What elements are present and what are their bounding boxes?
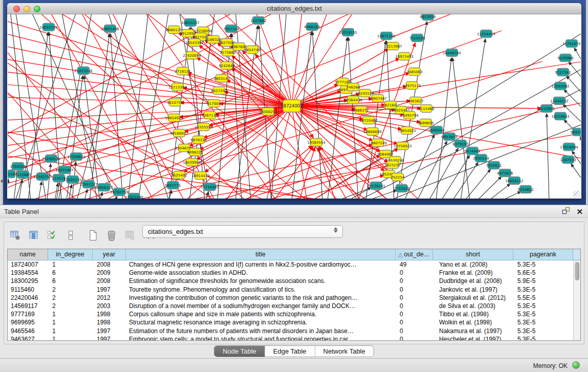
network-node-teal[interactable]: 9857771	[165, 182, 181, 189]
network-node-teal[interactable]: 20691406	[101, 25, 119, 33]
network-node-teal[interactable]: 21053346	[74, 67, 93, 75]
network-node-teal[interactable]: 7932621	[486, 162, 502, 169]
network-node-teal[interactable]: 1640354	[428, 126, 445, 134]
network-node-yellow[interactable]: 12213363	[168, 83, 187, 91]
network-node-yellow[interactable]: 9463627	[407, 97, 423, 105]
citation-edge-black[interactable]	[367, 190, 397, 199]
network-node-yellow[interactable]: 3175685	[220, 49, 235, 56]
network-node-teal[interactable]: 9529966	[557, 54, 574, 62]
citation-edge-black[interactable]	[580, 137, 581, 159]
network-node-yellow[interactable]: 8878334	[190, 136, 207, 144]
network-node-yellow[interactable]: 746266	[346, 83, 360, 91]
network-node-teal[interactable]: 10210643	[551, 113, 570, 120]
citation-edge-black[interactable]	[429, 148, 458, 199]
network-node-teal[interactable]: 1215683	[15, 171, 31, 179]
network-node-teal[interactable]: 7515526	[409, 34, 425, 42]
float-panel-icon[interactable]	[562, 207, 570, 217]
network-node-yellow[interactable]: 7625402	[171, 171, 187, 179]
network-node-teal[interactable]: 1527602	[250, 17, 266, 25]
citation-edge-black[interactable]	[571, 164, 581, 188]
memory-ok-indicator[interactable]	[572, 361, 580, 369]
citation-edge-black[interactable]	[235, 14, 251, 199]
row-height-button[interactable]	[64, 229, 77, 242]
table-row[interactable]: 977716911998Corpus callosum shape and si…	[8, 310, 580, 318]
network-node-teal[interactable]: 16448784	[443, 49, 461, 57]
network-node-teal[interactable]: 1733426	[394, 185, 410, 192]
citation-edge-red[interactable]	[231, 68, 292, 106]
network-node-yellow[interactable]: 12975115	[403, 82, 421, 90]
network-node-teal[interactable]: 1350508	[10, 163, 26, 170]
network-node-teal[interactable]: 2935114	[473, 155, 489, 162]
network-node-teal[interactable]: 9245652	[517, 186, 533, 193]
citation-edge-black[interactable]	[128, 14, 148, 199]
network-node-teal[interactable]: 7957224	[223, 25, 239, 33]
network-node-teal[interactable]: 10655257	[181, 19, 200, 27]
table-row[interactable]: 911546021997Tourette syndrome. Phenomeno…	[8, 286, 580, 294]
network-node-teal[interactable]: 17359924	[67, 153, 85, 161]
network-node-yellow[interactable]: 10807487	[368, 95, 387, 102]
delete-table-button[interactable]	[105, 229, 118, 242]
panel-collapse-arrow-icon[interactable]	[1, 179, 3, 183]
citation-edge-red[interactable]	[188, 73, 292, 106]
column-header-name[interactable]: name	[8, 249, 48, 260]
network-node-teal[interactable]: 8953923	[441, 133, 457, 141]
citation-edge-black[interactable]	[417, 141, 447, 199]
column-header-pagerank[interactable]: pagerank	[513, 249, 573, 260]
network-node-yellow[interactable]: 8454749	[244, 46, 260, 54]
network-canvas[interactable]: 8660123891295412226058982750981863281054…	[8, 14, 581, 199]
citation-edge-red[interactable]	[133, 14, 276, 199]
table-row[interactable]: 946554611997Estimation of the future num…	[8, 327, 580, 335]
table-select-combobox[interactable]: citations_edges.txt	[142, 225, 343, 238]
citation-edge-black[interactable]	[461, 39, 485, 199]
tab-edge-table[interactable]: Edge Table	[265, 346, 315, 357]
citation-edge-black[interactable]	[232, 34, 242, 199]
table-row[interactable]: 946362711997Embryonic stem cells: a mode…	[8, 335, 580, 341]
network-node-teal[interactable]: 9227342	[555, 69, 571, 76]
network-node-yellow[interactable]: 1810755	[167, 99, 183, 106]
tab-network-table[interactable]: Network Table	[315, 346, 374, 357]
citation-edge-black[interactable]	[465, 169, 491, 199]
network-node-yellow[interactable]: 9699695	[418, 119, 433, 127]
select-rows-button[interactable]	[46, 229, 58, 242]
close-panel-icon[interactable]: ✕	[576, 207, 583, 216]
show-columns-button[interactable]	[28, 229, 40, 242]
citation-edge-black[interactable]	[452, 162, 478, 199]
network-node-teal[interactable]: 8215955	[538, 105, 554, 113]
citation-network-graph[interactable]: 8660123891295412226058982750981863281054…	[8, 14, 581, 199]
network-node-yellow[interactable]: 252254	[391, 173, 405, 181]
citation-edge-black[interactable]	[38, 182, 41, 199]
citation-edge-black[interactable]	[84, 189, 88, 199]
network-node-yellow[interactable]: 7986372	[353, 106, 368, 114]
table-scrollbar[interactable]	[573, 260, 580, 340]
network-node-yellow[interactable]: 19654923	[165, 114, 183, 122]
network-node-yellow[interactable]: 9242848	[219, 62, 234, 70]
table-row[interactable]: 1872400712008Changes of HCN gene express…	[8, 260, 580, 269]
network-node-yellow[interactable]: 8498222	[187, 148, 203, 156]
citation-edge-red[interactable]	[243, 50, 292, 106]
network-node-yellow[interactable]: 82160	[385, 101, 397, 109]
network-node-teal[interactable]: 12093582	[551, 82, 570, 90]
citation-edge-black[interactable]	[502, 191, 521, 199]
citation-edge-black[interactable]	[441, 155, 470, 199]
column-header-short[interactable]: short	[433, 249, 513, 260]
citation-edge-black[interactable]	[111, 34, 123, 199]
table-row[interactable]: 2242004622012Investigating the contribut…	[8, 294, 580, 302]
column-header-in_degree[interactable]: in_degree	[48, 249, 93, 260]
table-row[interactable]: 1830029562008Estimation of significance …	[8, 277, 580, 285]
network-node-yellow[interactable]: 20364436	[344, 96, 362, 104]
citation-edge-black[interactable]	[574, 48, 581, 72]
network-node-teal[interactable]: 10654112	[505, 177, 524, 185]
column-header-out_de[interactable]: △out_de…	[396, 249, 433, 260]
network-node-teal[interactable]: 6379197	[452, 140, 468, 148]
citation-edge-red[interactable]	[8, 128, 317, 199]
network-node-yellow[interactable]: 1615152	[384, 161, 400, 169]
citation-edge-red[interactable]	[292, 106, 307, 199]
network-node-teal[interactable]: 8466160	[304, 23, 320, 31]
network-node-yellow[interactable]: 2718126	[175, 68, 191, 75]
network-node-teal[interactable]: 24055724	[39, 24, 58, 31]
network-node-yellow[interactable]: 7485063	[406, 68, 422, 76]
network-node-teal[interactable]: 39159	[8, 170, 15, 178]
new-table-button[interactable]	[87, 229, 99, 242]
network-node-yellow[interactable]: 16914479	[191, 172, 210, 180]
citation-edge-red[interactable]	[199, 45, 292, 106]
